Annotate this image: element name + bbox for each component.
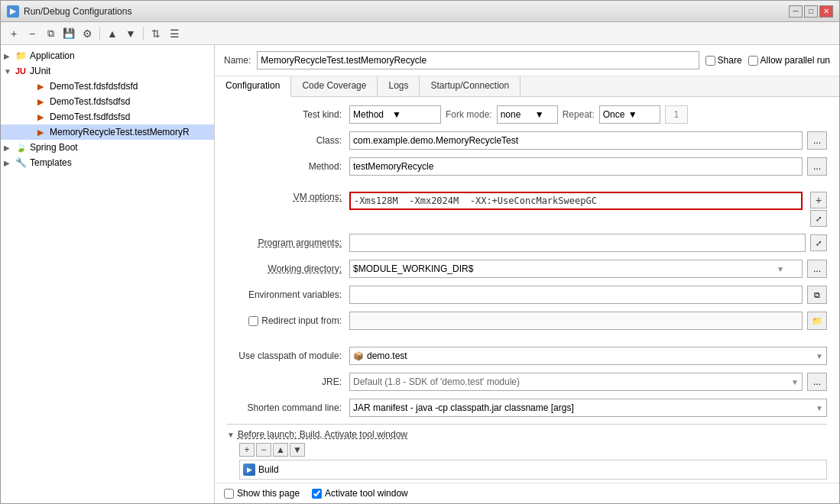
activate-checkbox[interactable] — [312, 489, 322, 499]
boot-icon: 🍃 — [15, 141, 27, 153]
title-bar-buttons: ─ □ ✕ — [789, 5, 833, 18]
classpath-label: Use classpath of module: — [227, 351, 349, 361]
build-item: ▶ Build — [243, 462, 823, 477]
activate-label: Activate tool window — [312, 488, 408, 499]
env-vars-control: ⧉ — [349, 286, 827, 304]
move-up-button[interactable]: ▲ — [104, 25, 121, 42]
class-label: Class: — [227, 135, 349, 146]
vm-options-label: VM options: — [227, 192, 349, 202]
add-config-button[interactable]: + — [5, 25, 22, 42]
spacer2 — [227, 337, 827, 346]
redirect-input[interactable] — [349, 312, 803, 330]
program-args-expand-button[interactable]: ⤢ — [810, 234, 827, 251]
class-input[interactable] — [349, 131, 803, 150]
title-bar: ▶ Run/Debug Configurations ─ □ ✕ — [1, 1, 839, 22]
before-launch-add-button[interactable]: + — [239, 443, 255, 457]
jre-browse-button[interactable]: ... — [807, 373, 827, 391]
sidebar-item-demo2[interactable]: ▶ DemoTest.fdsfsdfsd — [1, 94, 214, 109]
working-dir-input[interactable] — [349, 260, 803, 278]
sidebar-item-templates[interactable]: ▶ 🔧 Templates — [1, 155, 214, 170]
shorten-label: Shorten command line: — [227, 402, 349, 413]
show-page-checkbox[interactable] — [224, 489, 234, 499]
minimize-button[interactable]: ─ — [789, 5, 803, 18]
settings-button[interactable]: ⚙ — [79, 25, 96, 42]
test-kind-dropdown[interactable]: Method Class Package — [353, 109, 389, 120]
remove-config-button[interactable]: − — [24, 25, 41, 42]
method-input[interactable] — [349, 157, 803, 176]
before-launch-header: ▼ Before launch: Build, Activate tool wi… — [227, 429, 827, 440]
jre-label: JRE: — [227, 376, 349, 387]
vm-add-button[interactable]: + — [810, 192, 827, 208]
filter-button[interactable]: ☰ — [166, 25, 183, 42]
sidebar-item-application[interactable]: ▶ 📁 Application — [1, 48, 214, 63]
redirect-checkbox[interactable] — [248, 316, 258, 326]
env-vars-label: Environment variables: — [227, 289, 349, 300]
tab-startup[interactable]: Startup/Connection — [420, 76, 521, 96]
program-args-label: Program arguments: — [227, 237, 349, 248]
sidebar-item-demo3[interactable]: ▶ DemoTest.fsdfdsfsd — [1, 109, 214, 124]
arrow-icon: ▼ — [4, 67, 15, 76]
tab-configuration[interactable]: Configuration — [215, 76, 291, 97]
sidebar-item-junit[interactable]: ▼ JU JUnit — [1, 63, 214, 79]
shorten-control: JAR manifest - java -cp classpath.jar cl… — [349, 399, 827, 417]
main-window: ▶ Run/Debug Configurations ─ □ ✕ + − ⧉ 💾… — [0, 0, 840, 504]
method-row: Method: ... — [227, 157, 827, 176]
fork-mode-dropdown[interactable]: none method class — [501, 109, 532, 120]
vm-expand-button[interactable]: ⤢ — [810, 210, 827, 227]
method-browse-button[interactable]: ... — [807, 157, 827, 176]
parallel-checkbox-label: Allow parallel run — [748, 55, 830, 66]
sidebar-item-label: JUnit — [30, 66, 50, 76]
test-kind-control: Method Class Package ▼ Fork mode: none m… — [349, 105, 827, 124]
tab-code-coverage[interactable]: Code Coverage — [291, 76, 378, 96]
parallel-checkbox[interactable] — [748, 56, 758, 66]
before-launch-title: Before launch: Build, Activate tool wind… — [238, 429, 407, 440]
sidebar-item-springboot[interactable]: ▶ 🍃 Spring Boot — [1, 140, 214, 155]
copy-config-button[interactable]: ⧉ — [42, 25, 59, 42]
working-dir-row: Working directory: ▼ ... — [227, 259, 827, 279]
sidebar-item-memory[interactable]: ▶ MemoryRecycleTest.testMemoryR — [1, 124, 214, 140]
share-checkbox-label: Share — [705, 55, 742, 66]
before-launch-up-button[interactable]: ▲ — [273, 443, 288, 457]
before-launch-down-button[interactable]: ▼ — [290, 443, 305, 457]
sidebar-item-demo1[interactable]: ▶ DemoTest.fdsfdsfdsfd — [1, 79, 214, 94]
repeat-dropdown[interactable]: Once 2x 3x — [603, 109, 625, 120]
class-browse-button[interactable]: ... — [807, 131, 827, 150]
repeat-select[interactable]: Once 2x 3x ▼ — [599, 105, 660, 124]
program-args-input[interactable] — [349, 234, 806, 252]
show-page-label: Show this page — [224, 488, 300, 499]
test-kind-select[interactable]: Method Class Package ▼ — [349, 105, 441, 124]
fork-mode-label: Fork mode: — [446, 109, 492, 120]
maximize-button[interactable]: □ — [804, 5, 818, 18]
fork-mode-select[interactable]: none method class ▼ — [497, 105, 558, 124]
before-launch-remove-button[interactable]: − — [256, 443, 271, 457]
env-vars-copy-button[interactable]: ⧉ — [807, 286, 827, 304]
working-dir-browse-button[interactable]: ... — [807, 260, 827, 278]
test-icon: ▶ — [34, 111, 47, 123]
class-row: Class: ... — [227, 131, 827, 150]
redirect-label-wrapper: Redirect input from: — [227, 315, 349, 326]
sort-button[interactable]: ⇅ — [148, 25, 164, 42]
sidebar-item-label: DemoTest.fdsfdsfdsfd — [50, 81, 138, 92]
sidebar-item-label: Spring Boot — [30, 142, 78, 153]
save-config-button[interactable]: 💾 — [60, 25, 77, 42]
env-vars-input[interactable] — [349, 286, 803, 304]
redirect-browse-button[interactable]: 📁 — [807, 312, 827, 330]
build-icon: ▶ — [243, 464, 255, 476]
repeat-number-input — [665, 105, 688, 124]
vm-options-input[interactable] — [349, 192, 803, 210]
test-kind-label: Test kind: — [227, 109, 349, 120]
tab-logs[interactable]: Logs — [378, 76, 420, 96]
tabs-bar: Configuration Code Coverage Logs Startup… — [215, 76, 839, 97]
window-icon: ▶ — [7, 5, 19, 18]
name-input[interactable] — [257, 51, 699, 69]
bottom-row: Show this page Activate tool window — [215, 483, 839, 503]
share-checkbox[interactable] — [705, 56, 715, 66]
jre-value: Default (1.8 - SDK of 'demo.test' module… — [353, 376, 520, 387]
vm-buttons: + ⤢ — [810, 192, 827, 227]
folder-icon: 📁 — [15, 50, 27, 62]
close-button[interactable]: ✕ — [819, 5, 833, 18]
collapse-arrow-icon[interactable]: ▼ — [227, 431, 235, 439]
toolbar: + − ⧉ 💾 ⚙ ▲ ▼ ⇅ ☰ — [1, 22, 839, 45]
template-icon: 🔧 — [15, 157, 27, 169]
move-down-button[interactable]: ▼ — [122, 25, 139, 42]
